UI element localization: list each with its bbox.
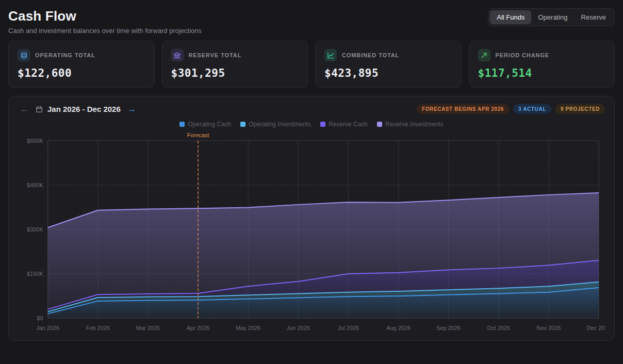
cash-flow-dashboard: Cash Flow Cash and investment balances o… [0,0,623,341]
date-range-label: Jan 2026 - Dec 2026 [47,105,121,113]
legend-swatch [377,122,382,127]
stat-label: COMBINED TOTAL [342,52,399,58]
svg-text:Nov 2026: Nov 2026 [537,325,561,331]
legend-label: Operating Cash [188,121,231,128]
legend-swatch [179,122,185,127]
stat-label: OPERATING TOTAL [35,52,95,58]
prev-period-button[interactable]: ← [18,104,31,114]
svg-text:$0: $0 [37,315,43,321]
stat-value: $301,295 [171,67,299,79]
period-navigator: ← Jan 2026 - Dec 2026 → [18,104,138,114]
segment-reserve[interactable]: Reserve [575,10,613,24]
funds-segmented-control: All Funds Operating Reserve [488,8,615,26]
cash-flow-chart: Forecast$0$150K$300K$450K$600KJan 2026Fe… [18,128,605,336]
stat-card-reserve-total: RESERVE TOTAL $301,295 [162,41,308,88]
calendar-icon [36,106,43,113]
coins-icon [18,49,30,61]
projected-count-badge: 9 PROJECTED [555,104,605,114]
legend-item: Reserve Investments [377,121,444,128]
delta-icon [478,49,490,61]
stat-label: RESERVE TOTAL [189,52,242,58]
segment-all-funds[interactable]: All Funds [490,10,531,24]
stat-card-combined-total: COMBINED TOTAL $423,895 [315,41,462,88]
segment-operating[interactable]: Operating [531,10,574,24]
legend-swatch [320,122,325,127]
stat-value: $117,514 [478,67,606,79]
svg-text:$150K: $150K [27,271,43,277]
svg-text:$300K: $300K [27,226,43,233]
legend-item: Operating Cash [179,121,231,128]
legend-swatch [240,122,245,127]
forecast-begins-badge: FORECAST BEGINS APR 2026 [417,104,509,114]
page-title: Cash Flow [8,8,202,24]
legend-label: Reserve Cash [329,121,368,128]
title-block: Cash Flow Cash and investment balances o… [8,8,202,35]
page-header: Cash Flow Cash and investment balances o… [6,6,617,41]
actual-count-badge: 3 ACTUAL [513,104,551,114]
svg-text:Jul 2026: Jul 2026 [338,325,359,331]
stat-card-operating-total: OPERATING TOTAL $122,600 [8,41,155,88]
svg-text:$600K: $600K [27,138,43,144]
trend-icon [324,49,337,61]
svg-text:Feb 2026: Feb 2026 [86,325,110,331]
svg-text:Forecast: Forecast [187,132,209,138]
stat-label: PERIOD CHANGE [496,52,550,58]
stat-card-period-change: PERIOD CHANGE $117,514 [469,41,615,88]
legend-label: Operating Investments [249,121,311,128]
next-period-button[interactable]: → [125,104,138,114]
chart-legend: Operating CashOperating InvestmentsReser… [18,121,605,128]
legend-label: Reserve Investments [385,121,444,128]
svg-text:Aug 2026: Aug 2026 [386,325,411,331]
chart-panel: ← Jan 2026 - Dec 2026 → FORECAST BEGINS … [8,96,615,341]
svg-text:Jun 2026: Jun 2026 [287,325,310,331]
svg-text:Jan 2026: Jan 2026 [36,325,59,331]
svg-text:Sep 2026: Sep 2026 [436,325,461,331]
legend-item: Operating Investments [240,121,311,128]
svg-text:Oct 2026: Oct 2026 [487,325,510,331]
bank-icon [171,49,184,61]
stats-row: OPERATING TOTAL $122,600 RESERVE TOTAL $… [8,41,615,88]
page-subtitle: Cash and investment balances over time w… [8,27,202,35]
svg-text:$450K: $450K [27,182,43,188]
stat-value: $122,600 [18,67,145,79]
svg-text:May 2026: May 2026 [236,325,260,331]
chart-badges: FORECAST BEGINS APR 2026 3 ACTUAL 9 PROJ… [417,104,605,114]
svg-text:Mar 2026: Mar 2026 [136,325,160,331]
svg-text:Dec 2026: Dec 2026 [587,325,605,331]
chart-panel-header: ← Jan 2026 - Dec 2026 → FORECAST BEGINS … [18,104,605,114]
legend-item: Reserve Cash [320,121,368,128]
svg-text:Apr 2026: Apr 2026 [187,325,209,331]
stat-value: $423,895 [324,67,452,79]
